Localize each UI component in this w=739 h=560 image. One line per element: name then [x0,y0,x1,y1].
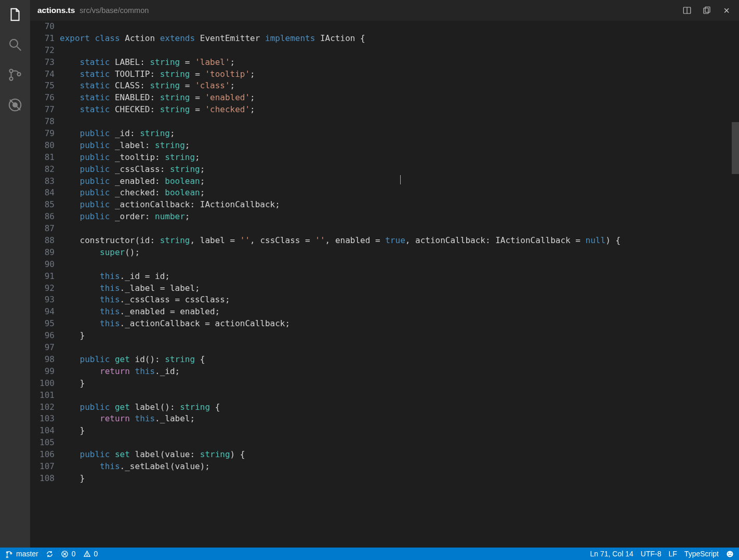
code-line[interactable]: public _checked: boolean; [60,187,739,199]
line-number: 102 [30,402,55,414]
line-number: 101 [30,390,55,402]
code-line[interactable]: public _actionCallback: IActionCallback; [60,199,739,211]
code-line[interactable]: } [60,378,739,390]
code-line[interactable] [60,342,739,354]
code-line[interactable]: public _tooltip: string; [60,152,739,164]
code-line[interactable]: public _order: number; [60,211,739,223]
line-number: 88 [30,235,55,247]
code-line[interactable]: static ENABLED: string = 'enabled'; [60,92,739,104]
tab-file-path: src/vs/base/common [80,6,149,15]
line-number: 71 [30,33,55,45]
line-number: 99 [30,366,55,378]
text-cursor [400,175,401,184]
search-icon[interactable] [7,36,23,53]
code-line[interactable]: public _label: string; [60,140,739,152]
code-line[interactable]: this._cssClass = cssClass; [60,294,739,306]
code-line[interactable]: static TOOLTIP: string = 'tooltip'; [60,69,739,81]
code-line[interactable]: this._enabled = enabled; [60,306,739,318]
code-line[interactable]: super(); [60,247,739,259]
line-number: 106 [30,449,55,461]
status-error-count: 0 [72,550,76,558]
code-line[interactable] [60,223,739,235]
status-language[interactable]: TypeScript [684,550,719,558]
line-number: 94 [30,306,55,318]
status-feedback-icon[interactable] [726,550,734,558]
code-line[interactable] [60,116,739,128]
code-line[interactable]: } [60,473,739,485]
open-changes-icon[interactable] [702,5,712,16]
line-number: 90 [30,259,55,271]
code-line[interactable]: public _enabled: boolean; [60,176,739,188]
code-line[interactable]: this._actionCallback = actionCallback; [60,318,739,330]
svg-point-2 [9,69,12,72]
code-line[interactable]: constructor(id: string, label = '', cssC… [60,235,739,247]
close-icon[interactable]: × [721,5,732,16]
status-sync-icon[interactable] [46,550,54,558]
editor-body[interactable]: 7071727374757677787980818283848586878889… [30,21,739,548]
code-line[interactable]: this._setLabel(value); [60,461,739,473]
code-line[interactable]: public get label(): string { [60,402,739,414]
line-number: 104 [30,425,55,437]
line-number: 77 [30,104,55,116]
explorer-icon[interactable] [7,6,23,23]
line-number: 100 [30,378,55,390]
code-line[interactable]: public get id(): string { [60,354,739,366]
code-line[interactable] [60,21,739,33]
code-line[interactable]: static CLASS: string = 'class'; [60,80,739,92]
svg-point-16 [86,555,87,556]
code-line[interactable]: export class Action extends EventEmitter… [60,33,739,45]
code-line[interactable]: public _cssClass: string; [60,164,739,176]
status-eol[interactable]: LF [669,550,677,558]
debug-icon[interactable] [7,97,23,113]
code-line[interactable] [60,390,739,402]
scrollbar-thumb[interactable] [732,122,739,174]
editor-tab-bar: actions.ts src/vs/base/common × [30,0,739,21]
workbench: actions.ts src/vs/base/common × 70717273… [0,0,739,548]
overview-ruler[interactable] [732,21,739,548]
code-line[interactable]: this._label = label; [60,283,739,295]
code-line[interactable]: public set label(value: string) { [60,449,739,461]
line-number: 74 [30,69,55,81]
status-errors[interactable]: 0 [61,550,76,558]
code-line[interactable] [60,45,739,57]
code-area[interactable]: export class Action extends EventEmitter… [59,21,739,548]
status-cursor-position[interactable]: Ln 71, Col 14 [590,550,634,558]
line-number: 73 [30,57,55,69]
status-warning-count: 0 [94,550,98,558]
code-line[interactable]: return this._id; [60,366,739,378]
code-line[interactable] [60,437,739,449]
svg-line-1 [17,47,21,51]
svg-point-19 [731,553,732,554]
line-number: 92 [30,283,55,295]
svg-point-17 [727,551,733,557]
code-line[interactable]: this._id = id; [60,271,739,283]
code-line[interactable]: static LABEL: string = 'label'; [60,57,739,69]
code-line[interactable]: return this._label; [60,413,739,425]
line-number-gutter: 7071727374757677787980818283848586878889… [30,21,59,548]
tab-file-name[interactable]: actions.ts [37,6,75,15]
line-number: 89 [30,247,55,259]
line-number: 84 [30,187,55,199]
code-line[interactable]: } [60,425,739,437]
status-warnings[interactable]: 0 [83,550,98,558]
split-editor-icon[interactable] [682,5,692,16]
code-line[interactable]: } [60,330,739,342]
code-line[interactable]: static CHECKED: string = 'checked'; [60,104,739,116]
code-line[interactable]: public _id: string; [60,128,739,140]
status-branch[interactable]: master [5,550,38,558]
line-number: 82 [30,164,55,176]
status-encoding[interactable]: UTF-8 [641,550,662,558]
svg-rect-11 [705,7,710,12]
status-branch-name: master [16,550,38,558]
line-number: 76 [30,92,55,104]
line-number: 97 [30,342,55,354]
status-bar: master 0 0 Ln 71, Col 14 UTF-8 LF TypeSc… [0,548,739,560]
code-line[interactable] [60,259,739,271]
line-number: 83 [30,176,55,188]
line-number: 95 [30,318,55,330]
editor-group: actions.ts src/vs/base/common × 70717273… [30,0,739,548]
svg-rect-10 [704,8,708,14]
activity-bar [0,0,30,548]
source-control-icon[interactable] [7,66,23,83]
line-number: 108 [30,473,55,485]
